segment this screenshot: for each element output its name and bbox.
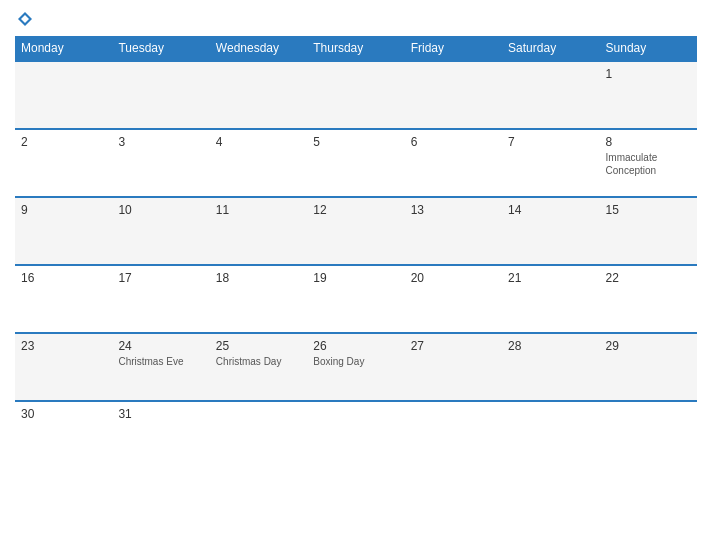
calendar-day-cell: 12: [307, 197, 404, 265]
calendar-day-cell: 6: [405, 129, 502, 197]
day-number: 25: [216, 339, 301, 353]
day-number: 11: [216, 203, 301, 217]
day-number: 22: [606, 271, 691, 285]
calendar-week-row: 2324Christmas Eve25Christmas Day26Boxing…: [15, 333, 697, 401]
calendar-week-row: 16171819202122: [15, 265, 697, 333]
col-saturday: Saturday: [502, 36, 599, 61]
calendar-day-cell: 20: [405, 265, 502, 333]
day-number: 8: [606, 135, 691, 149]
calendar-day-cell: 26Boxing Day: [307, 333, 404, 401]
col-wednesday: Wednesday: [210, 36, 307, 61]
day-number: 9: [21, 203, 106, 217]
calendar-week-row: 2345678Immaculate Conception: [15, 129, 697, 197]
calendar-day-cell: 10: [112, 197, 209, 265]
calendar-day-cell: 30: [15, 401, 112, 469]
col-monday: Monday: [15, 36, 112, 61]
calendar-day-cell: [502, 61, 599, 129]
calendar-day-cell: 18: [210, 265, 307, 333]
calendar-day-cell: 22: [600, 265, 697, 333]
logo-icon: [16, 10, 34, 28]
day-number: 16: [21, 271, 106, 285]
holiday-label: Immaculate Conception: [606, 151, 691, 177]
calendar-week-row: 3031: [15, 401, 697, 469]
calendar-day-cell: 4: [210, 129, 307, 197]
calendar-week-row: 1: [15, 61, 697, 129]
day-number: 19: [313, 271, 398, 285]
calendar-day-cell: 23: [15, 333, 112, 401]
calendar-day-cell: 21: [502, 265, 599, 333]
day-number: 17: [118, 271, 203, 285]
calendar-day-cell: 14: [502, 197, 599, 265]
calendar-day-cell: 16: [15, 265, 112, 333]
calendar-day-cell: 3: [112, 129, 209, 197]
col-sunday: Sunday: [600, 36, 697, 61]
calendar-table: Monday Tuesday Wednesday Thursday Friday…: [15, 36, 697, 469]
calendar-day-cell: 15: [600, 197, 697, 265]
col-tuesday: Tuesday: [112, 36, 209, 61]
day-number: 6: [411, 135, 496, 149]
calendar-day-cell: 24Christmas Eve: [112, 333, 209, 401]
holiday-label: Christmas Day: [216, 355, 301, 368]
calendar-day-cell: 28: [502, 333, 599, 401]
day-number: 12: [313, 203, 398, 217]
day-number: 20: [411, 271, 496, 285]
col-thursday: Thursday: [307, 36, 404, 61]
calendar-day-cell: 13: [405, 197, 502, 265]
day-number: 14: [508, 203, 593, 217]
day-number: 4: [216, 135, 301, 149]
day-number: 28: [508, 339, 593, 353]
day-number: 3: [118, 135, 203, 149]
logo: [15, 10, 35, 28]
calendar-day-cell: 11: [210, 197, 307, 265]
calendar-day-cell: 2: [15, 129, 112, 197]
day-number: 1: [606, 67, 691, 81]
calendar-day-cell: [112, 61, 209, 129]
day-number: 27: [411, 339, 496, 353]
day-number: 31: [118, 407, 203, 421]
calendar-day-cell: 19: [307, 265, 404, 333]
calendar-day-cell: 31: [112, 401, 209, 469]
calendar-day-cell: 5: [307, 129, 404, 197]
calendar-container: Monday Tuesday Wednesday Thursday Friday…: [0, 0, 712, 550]
calendar-day-cell: 27: [405, 333, 502, 401]
calendar-header-row: Monday Tuesday Wednesday Thursday Friday…: [15, 36, 697, 61]
calendar-day-cell: 25Christmas Day: [210, 333, 307, 401]
day-number: 15: [606, 203, 691, 217]
calendar-day-cell: [210, 401, 307, 469]
day-number: 29: [606, 339, 691, 353]
holiday-label: Christmas Eve: [118, 355, 203, 368]
calendar-day-cell: [210, 61, 307, 129]
day-number: 21: [508, 271, 593, 285]
calendar-day-cell: [405, 61, 502, 129]
calendar-day-cell: [15, 61, 112, 129]
day-number: 2: [21, 135, 106, 149]
calendar-day-cell: 9: [15, 197, 112, 265]
day-number: 7: [508, 135, 593, 149]
day-number: 10: [118, 203, 203, 217]
calendar-day-cell: [600, 401, 697, 469]
day-number: 26: [313, 339, 398, 353]
day-number: 13: [411, 203, 496, 217]
calendar-day-cell: [502, 401, 599, 469]
calendar-day-cell: 29: [600, 333, 697, 401]
col-friday: Friday: [405, 36, 502, 61]
calendar-day-cell: 8Immaculate Conception: [600, 129, 697, 197]
calendar-day-cell: [307, 61, 404, 129]
day-number: 24: [118, 339, 203, 353]
calendar-day-cell: 7: [502, 129, 599, 197]
day-number: 18: [216, 271, 301, 285]
holiday-label: Boxing Day: [313, 355, 398, 368]
calendar-day-cell: 1: [600, 61, 697, 129]
calendar-day-cell: [307, 401, 404, 469]
calendar-week-row: 9101112131415: [15, 197, 697, 265]
calendar-day-cell: [405, 401, 502, 469]
calendar-header: [15, 10, 697, 28]
day-number: 5: [313, 135, 398, 149]
day-number: 23: [21, 339, 106, 353]
calendar-day-cell: 17: [112, 265, 209, 333]
day-number: 30: [21, 407, 106, 421]
